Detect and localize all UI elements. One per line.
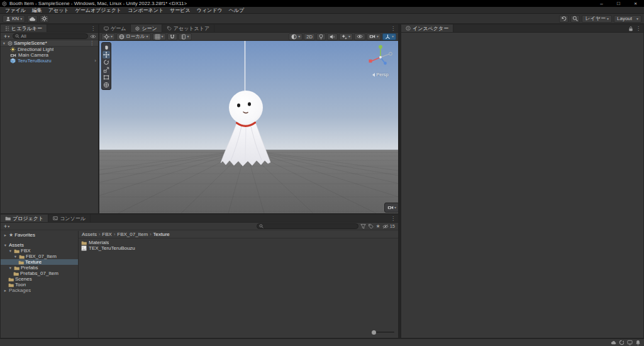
foldout-open-icon[interactable]: ▾ <box>8 265 13 271</box>
gizmos-toggle-button[interactable]: ▾ <box>382 33 396 40</box>
open-prefab-arrow-icon[interactable]: › <box>94 58 96 64</box>
breadcrumb-texture[interactable]: Texture <box>153 232 170 237</box>
tab-project[interactable]: プロジェクト <box>1 215 48 222</box>
console-status-icon[interactable] <box>627 340 633 345</box>
tab-scene[interactable]: シーン <box>131 25 162 32</box>
hand-tool-icon <box>104 44 109 50</box>
save-search-button[interactable]: ★ <box>375 223 380 229</box>
hierarchy-menu-icon[interactable]: ⋮ <box>88 25 98 32</box>
tree-item-assets[interactable]: ▾ Assets <box>1 242 78 248</box>
search-by-type-button[interactable] <box>360 223 366 229</box>
tree-item-prefabs-07-item[interactable]: Prefabs_07_Item <box>1 271 78 276</box>
tree-item-packages[interactable]: ▸ Packages <box>1 287 78 293</box>
projection-mode-label[interactable]: Persp <box>365 72 396 77</box>
cloud-button[interactable] <box>27 15 38 23</box>
teruterubouzu-model[interactable] <box>221 41 270 166</box>
tree-item-fbx[interactable]: ▾ FBX <box>1 248 78 254</box>
activity-progress-icon[interactable] <box>619 340 625 345</box>
2d-toggle-button[interactable]: 2D <box>304 33 315 40</box>
draw-mode-dropdown[interactable]: ▾ <box>289 33 303 40</box>
minimize-button[interactable]: – <box>593 0 610 7</box>
lock-icon[interactable] <box>628 26 633 31</box>
transform-tool-button[interactable] <box>103 81 110 89</box>
tool-orientation-dropdown[interactable]: ローカル ▾ <box>116 33 151 40</box>
services-button[interactable] <box>40 15 49 23</box>
hidden-objects-toggle[interactable] <box>354 33 365 40</box>
tab-asset-store[interactable]: アセットストア <box>162 25 214 32</box>
layers-dropdown[interactable]: レイヤー ▾ <box>582 15 612 23</box>
breadcrumb-fbx[interactable]: FBX <box>102 232 112 237</box>
asset-item-materials[interactable]: Materials <box>81 240 396 245</box>
camera-preview-overlay[interactable]: ▾ <box>384 203 398 213</box>
account-dropdown[interactable]: KN ▾ <box>3 15 25 23</box>
hierarchy-search-input[interactable]: All <box>13 33 88 39</box>
tab-inspector[interactable]: インスペクター <box>401 25 453 32</box>
camera-settings-dropdown[interactable]: ▾ <box>367 33 381 40</box>
foldout-closed-icon[interactable]: ▸ <box>3 233 8 238</box>
snap-increment-dropdown[interactable]: ▾ <box>179 33 192 40</box>
main-toolbar: KN ▾ ▶ レイヤー ▾ <box>0 14 644 24</box>
inspector-menu-icon[interactable]: ⋮ <box>636 26 641 31</box>
menu-component[interactable]: コンポーネント <box>125 7 167 14</box>
slider-thumb[interactable] <box>372 330 376 335</box>
scene-panel-menu-icon[interactable]: ⋮ <box>388 25 398 32</box>
hierarchy-item-teruterubouzu[interactable]: TeruTeruBouzu › <box>1 58 98 64</box>
foldout-open-icon[interactable]: ▾ <box>13 254 18 259</box>
breadcrumb-assets[interactable]: Assets <box>82 232 97 237</box>
search-by-label-button[interactable] <box>368 223 374 229</box>
asset-item-tex-teruterubouzu[interactable]: TEX_TeruTeruBouzu <box>81 245 396 251</box>
menu-gameobject[interactable]: ゲームオブジェクト <box>72 7 125 14</box>
menu-window[interactable]: ウィンドウ <box>194 7 226 14</box>
foldout-open-icon[interactable]: ▾ <box>8 248 13 254</box>
tool-pivot-dropdown[interactable]: ▾ <box>101 33 115 40</box>
foldout-open-icon[interactable]: ▾ <box>2 41 6 46</box>
move-tool-button[interactable] <box>103 51 110 59</box>
tab-game[interactable]: ゲーム <box>99 25 131 32</box>
rotate-tool-button[interactable] <box>103 59 110 66</box>
tree-item-fbx-07-item[interactable]: ▾ FBX_07_Item <box>1 254 78 259</box>
effects-dropdown[interactable]: ▾ <box>339 33 353 40</box>
scale-tool-button[interactable] <box>103 66 110 74</box>
project-search-input[interactable] <box>257 223 358 229</box>
tab-console[interactable]: コンソール <box>48 215 91 222</box>
menu-help[interactable]: ヘルプ <box>226 7 248 14</box>
tab-hierarchy[interactable]: ヒエラルキー <box>1 25 47 32</box>
menu-assets[interactable]: アセット <box>45 7 72 14</box>
project-menu-icon[interactable]: ⋮ <box>388 215 398 222</box>
scene-viewport[interactable]: Persp ▾ <box>99 41 398 213</box>
foldout-open-icon[interactable]: ▾ <box>3 243 8 248</box>
hierarchy-item-main-camera[interactable]: Main Camera <box>1 52 98 58</box>
scene-visibility-icon[interactable] <box>90 34 96 39</box>
audio-toggle-button[interactable] <box>327 33 338 40</box>
hierarchy-item-directional-light[interactable]: Directional Light <box>1 47 98 52</box>
undo-history-button[interactable] <box>559 15 569 23</box>
rect-tool-button[interactable] <box>103 74 110 81</box>
search-button[interactable] <box>570 15 580 23</box>
tree-item-prefabs[interactable]: ▾ Prefabs <box>1 265 78 271</box>
hidden-packages-toggle[interactable]: 15 <box>382 223 395 229</box>
layout-dropdown[interactable]: Layout ▾ <box>614 15 641 23</box>
close-button[interactable]: × <box>627 0 644 7</box>
tree-item-scenes[interactable]: Scenes <box>1 276 78 282</box>
icon-size-slider[interactable] <box>372 330 394 335</box>
orientation-gizmo[interactable] <box>369 45 392 65</box>
foldout-closed-icon[interactable]: ▸ <box>3 288 8 293</box>
lighting-toggle-button[interactable] <box>316 33 326 40</box>
scene-header-row[interactable]: ▾ SampleScene* ⋮ <box>1 40 98 47</box>
menu-file[interactable]: ファイル <box>2 7 29 14</box>
tree-item-texture[interactable]: Texture <box>1 259 78 265</box>
notifications-icon[interactable] <box>635 340 641 345</box>
project-add-button[interactable]: + ▾ <box>3 223 11 230</box>
cloud-status-icon[interactable] <box>611 340 616 345</box>
scene-options-icon[interactable]: ⋮ <box>87 40 97 46</box>
tree-item-favorites[interactable]: ▸ ★ Favorites <box>1 232 78 238</box>
tree-item-toon[interactable]: Toon <box>1 282 78 287</box>
view-tool-button[interactable] <box>103 43 110 51</box>
breadcrumb-fbx-07-item[interactable]: FBX_07_Item <box>117 232 148 237</box>
grid-visibility-button[interactable]: ▾ <box>152 33 166 40</box>
hierarchy-add-button[interactable]: + ▾ <box>3 33 11 40</box>
maximize-button[interactable]: □ <box>610 0 627 7</box>
menu-services[interactable]: サービス <box>167 7 194 14</box>
snap-toggle-button[interactable] <box>167 33 177 40</box>
menu-edit[interactable]: 編集 <box>29 7 45 14</box>
